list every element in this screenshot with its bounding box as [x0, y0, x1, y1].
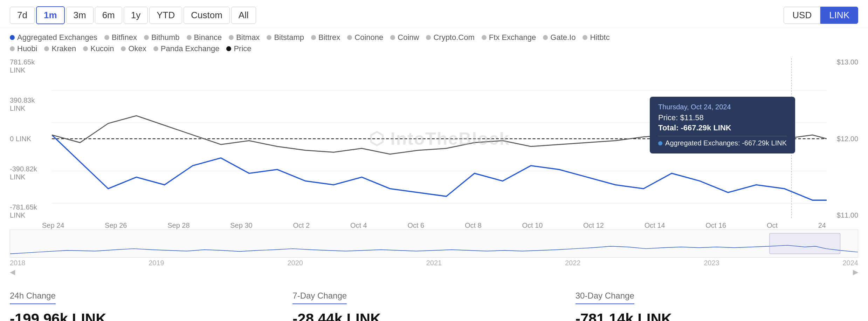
tooltip-divider [658, 136, 787, 136]
btn-usd[interactable]: USD [784, 7, 820, 24]
top-bar: 7d 1m 3m 6m 1y YTD Custom All USD LINK [0, 0, 868, 28]
legend-label-bittrex: Bittrex [318, 33, 340, 42]
legend-label-huobi: Huobi [17, 44, 37, 53]
mini-x-5: 2023 [704, 259, 719, 267]
legend-label-cryptocom: Crypto.Com [433, 33, 474, 42]
stat-30d-value: -781.14k LINK [576, 310, 844, 321]
legend-kucoin[interactable]: Kucoin [83, 44, 114, 53]
legend-label-bitfinex: Bitfinex [112, 33, 137, 42]
legend-okex[interactable]: Okex [121, 44, 146, 53]
btn-6m[interactable]: 6m [95, 7, 122, 24]
btn-1y[interactable]: 1y [124, 7, 148, 24]
y-label-2: 390.83k LINK [10, 96, 52, 112]
btn-3m[interactable]: 3m [66, 7, 94, 24]
legend-label-kraken: Kraken [51, 44, 76, 53]
legend-coinone[interactable]: Coinone [347, 33, 383, 42]
stat-7d: 7-Day Change -28.44k LINK [292, 291, 575, 321]
btn-custom[interactable]: Custom [184, 7, 230, 24]
chart-svg[interactable]: ⬡ IntoTheBlock Thursday, [52, 58, 827, 219]
currency-buttons: USD LINK [784, 7, 858, 24]
legend-aggregated[interactable]: Aggregated Exchanges [10, 33, 97, 42]
y-label-bot: -781.65k LINK [10, 203, 52, 219]
tooltip-total-label: Total: [658, 123, 678, 132]
legend-dot-kraken [44, 46, 49, 51]
stat-30d: 30-Day Change -781.14k LINK [576, 291, 858, 321]
legend-label-aggregated: Aggregated Exchanges [17, 33, 97, 42]
stat-7d-value: -28.44k LINK [292, 310, 561, 321]
legend-bitmax[interactable]: Bitmax [229, 33, 260, 42]
x-label-4: Oct 2 [293, 221, 310, 230]
legend-gateio[interactable]: Gate.Io [543, 33, 576, 42]
legend-dot-cryptocom [426, 35, 431, 40]
btn-1m[interactable]: 1m [36, 6, 65, 24]
legend-bar: Aggregated Exchanges Bitfinex Bithumb Bi… [0, 28, 868, 58]
tooltip-agg-label: Aggregated Exchanges: -667.29k LINK [665, 139, 787, 147]
tooltip-total: Total: -667.29k LINK [658, 123, 787, 132]
legend-dot-price [226, 46, 231, 51]
mini-chart-svg [10, 230, 858, 257]
legend-label-panda: Panda Exchange [161, 44, 220, 53]
x-label-1: Sep 26 [105, 221, 127, 230]
legend-coinw[interactable]: Coinw [390, 33, 419, 42]
legend-cryptocom[interactable]: Crypto.Com [426, 33, 474, 42]
scroll-left-arrow[interactable]: ◀ [10, 268, 15, 276]
x-label-13: 24 [818, 221, 826, 230]
stat-24h-label: 24h Change [10, 291, 56, 304]
legend-panda[interactable]: Panda Exchange [153, 44, 220, 53]
x-label-9: Oct 12 [583, 221, 604, 230]
mini-x-0: 2018 [10, 259, 26, 267]
legend-ftx[interactable]: Ftx Exchange [482, 33, 536, 42]
legend-dot-kucoin [83, 46, 88, 51]
tooltip-date: Thursday, Oct 24, 2024 [658, 103, 787, 111]
x-label-5: Oct 4 [350, 221, 367, 230]
time-buttons: 7d 1m 3m 6m 1y YTD Custom All [10, 6, 256, 24]
x-label-10: Oct 14 [645, 221, 665, 230]
tooltip-agg: Aggregated Exchanges: -667.29k LINK [658, 139, 787, 147]
legend-kraken[interactable]: Kraken [44, 44, 76, 53]
legend-dot-okex [121, 46, 126, 51]
legend-hitbtc[interactable]: Hitbtc [583, 33, 609, 42]
btn-7d[interactable]: 7d [10, 7, 35, 24]
chart-area[interactable]: 781.65k LINK 390.83k LINK 0 LINK -390.82… [10, 58, 858, 219]
mini-chart[interactable] [10, 230, 858, 258]
stat-24h: 24h Change -199.96k LINK [10, 291, 292, 321]
y-right-top: $13.00 [830, 58, 858, 66]
x-label-12: Oct [767, 221, 778, 230]
legend-price[interactable]: Price [226, 44, 251, 53]
x-label-3: Sep 30 [230, 221, 252, 230]
btn-ytd[interactable]: YTD [149, 7, 182, 24]
x-label-8: Oct 10 [522, 221, 543, 230]
legend-binance[interactable]: Binance [187, 33, 222, 42]
tooltip-price: Price: $11.58 [658, 113, 787, 122]
legend-bithumb[interactable]: Bithumb [144, 33, 180, 42]
legend-dot-hitbtc [583, 35, 587, 40]
scroll-right-arrow[interactable]: ▶ [853, 268, 858, 276]
legend-row2: Huobi Kraken Kucoin Okex Panda Exchange … [10, 44, 858, 53]
main-chart-container: 781.65k LINK 390.83k LINK 0 LINK -390.82… [0, 58, 868, 219]
tooltip-price-value: $11.58 [680, 113, 703, 122]
y-label-mid: 0 LINK [10, 135, 52, 143]
legend-huobi[interactable]: Huobi [10, 44, 37, 53]
legend-bitstamp[interactable]: Bitstamp [267, 33, 304, 42]
y-right-bot: $11.00 [830, 211, 858, 219]
tooltip: Thursday, Oct 24, 2024 Price: $11.58 Tot… [650, 97, 795, 153]
legend-dot-binance [187, 35, 192, 40]
x-labels: Sep 24 Sep 26 Sep 28 Sep 30 Oct 2 Oct 4 … [0, 219, 868, 230]
btn-all[interactable]: All [231, 7, 256, 24]
legend-bittrex[interactable]: Bittrex [311, 33, 340, 42]
legend-dot-ftx [482, 35, 487, 40]
stat-30d-label: 30-Day Change [576, 291, 634, 304]
legend-label-gateio: Gate.Io [550, 33, 576, 42]
x-label-11: Oct 16 [705, 221, 726, 230]
btn-link[interactable]: LINK [820, 7, 858, 24]
legend-bitfinex[interactable]: Bitfinex [104, 33, 137, 42]
y-label-top: 781.65k LINK [10, 58, 52, 74]
y-label-4: -390.82k LINK [10, 165, 52, 181]
legend-dot-gateio [543, 35, 548, 40]
legend-label-kucoin: Kucoin [90, 44, 114, 53]
x-label-0: Sep 24 [42, 221, 64, 230]
x-label-2: Sep 28 [167, 221, 190, 230]
x-label-6: Oct 6 [407, 221, 424, 230]
stat-24h-value: -199.96k LINK [10, 310, 278, 321]
x-label-7: Oct 8 [465, 221, 482, 230]
